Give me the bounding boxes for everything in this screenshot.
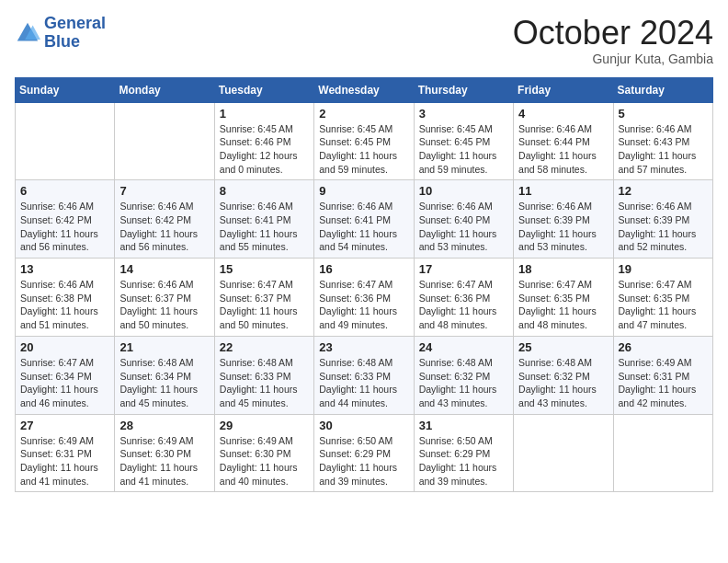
day-info: Sunrise: 6:48 AM Sunset: 6:32 PM Dayligh… [419, 356, 508, 410]
day-number: 1 [220, 107, 309, 121]
calendar-cell: 9Sunrise: 6:46 AM Sunset: 6:41 PM Daylig… [314, 180, 414, 259]
day-info: Sunrise: 6:48 AM Sunset: 6:32 PM Dayligh… [518, 356, 608, 410]
calendar-cell: 17Sunrise: 6:47 AM Sunset: 6:36 PM Dayli… [414, 259, 513, 337]
calendar-week-row: 1Sunrise: 6:45 AM Sunset: 6:46 PM Daylig… [16, 102, 713, 180]
weekday-header: Friday [514, 77, 613, 102]
day-info: Sunrise: 6:48 AM Sunset: 6:34 PM Dayligh… [119, 356, 209, 410]
day-number: 16 [319, 262, 408, 276]
day-info: Sunrise: 6:46 AM Sunset: 6:43 PM Dayligh… [619, 122, 708, 177]
day-number: 7 [119, 184, 209, 198]
calendar-cell: 14Sunrise: 6:46 AM Sunset: 6:37 PM Dayli… [115, 259, 214, 337]
month-title: October 2024 [513, 15, 713, 52]
calendar-cell: 18Sunrise: 6:47 AM Sunset: 6:35 PM Dayli… [514, 259, 613, 337]
calendar-cell: 25Sunrise: 6:48 AM Sunset: 6:32 PM Dayli… [514, 336, 613, 414]
day-number: 3 [419, 107, 508, 121]
day-number: 22 [220, 340, 309, 354]
day-number: 15 [220, 262, 309, 276]
day-number: 11 [518, 184, 608, 198]
calendar-cell [514, 414, 613, 492]
day-info: Sunrise: 6:48 AM Sunset: 6:33 PM Dayligh… [319, 356, 408, 410]
calendar-cell: 26Sunrise: 6:49 AM Sunset: 6:31 PM Dayli… [613, 336, 712, 414]
day-info: Sunrise: 6:49 AM Sunset: 6:30 PM Dayligh… [119, 434, 209, 488]
calendar-cell: 19Sunrise: 6:47 AM Sunset: 6:35 PM Dayli… [613, 259, 712, 337]
day-info: Sunrise: 6:45 AM Sunset: 6:45 PM Dayligh… [319, 122, 408, 177]
day-info: Sunrise: 6:46 AM Sunset: 6:44 PM Dayligh… [518, 122, 608, 177]
calendar-cell: 6Sunrise: 6:46 AM Sunset: 6:42 PM Daylig… [16, 180, 115, 259]
day-info: Sunrise: 6:49 AM Sunset: 6:31 PM Dayligh… [20, 434, 109, 488]
day-info: Sunrise: 6:46 AM Sunset: 6:39 PM Dayligh… [619, 200, 708, 254]
day-info: Sunrise: 6:47 AM Sunset: 6:37 PM Dayligh… [220, 278, 309, 332]
day-info: Sunrise: 6:47 AM Sunset: 6:35 PM Dayligh… [619, 278, 708, 332]
day-number: 31 [419, 419, 508, 432]
calendar-cell: 22Sunrise: 6:48 AM Sunset: 6:33 PM Dayli… [214, 336, 313, 414]
day-number: 9 [319, 184, 408, 198]
day-number: 25 [518, 340, 608, 354]
calendar-cell: 11Sunrise: 6:46 AM Sunset: 6:39 PM Dayli… [514, 180, 613, 259]
day-number: 24 [419, 340, 508, 354]
day-info: Sunrise: 6:47 AM Sunset: 6:36 PM Dayligh… [419, 278, 508, 332]
day-number: 26 [619, 340, 708, 354]
calendar-cell: 31Sunrise: 6:50 AM Sunset: 6:29 PM Dayli… [414, 414, 513, 492]
logo-line2: Blue [44, 33, 106, 52]
day-info: Sunrise: 6:50 AM Sunset: 6:29 PM Dayligh… [419, 434, 508, 488]
day-number: 12 [619, 184, 708, 198]
title-block: October 2024 Gunjur Kuta, Gambia [513, 15, 713, 66]
day-info: Sunrise: 6:48 AM Sunset: 6:33 PM Dayligh… [220, 356, 309, 410]
location: Gunjur Kuta, Gambia [513, 52, 713, 66]
weekday-header: Thursday [414, 77, 513, 102]
calendar-cell: 16Sunrise: 6:47 AM Sunset: 6:36 PM Dayli… [314, 259, 414, 337]
page-header: General Blue October 2024 Gunjur Kuta, G… [15, 15, 713, 66]
day-number: 5 [619, 107, 708, 121]
day-number: 2 [319, 107, 408, 121]
weekday-header: Saturday [613, 77, 712, 102]
calendar-cell: 1Sunrise: 6:45 AM Sunset: 6:46 PM Daylig… [214, 102, 313, 180]
day-info: Sunrise: 6:47 AM Sunset: 6:36 PM Dayligh… [319, 278, 408, 332]
calendar-table: SundayMondayTuesdayWednesdayThursdayFrid… [15, 77, 713, 493]
calendar-cell [16, 102, 115, 180]
calendar-cell: 3Sunrise: 6:45 AM Sunset: 6:45 PM Daylig… [414, 102, 513, 180]
weekday-header-row: SundayMondayTuesdayWednesdayThursdayFrid… [16, 77, 713, 102]
calendar-cell: 15Sunrise: 6:47 AM Sunset: 6:37 PM Dayli… [214, 259, 313, 337]
day-info: Sunrise: 6:46 AM Sunset: 6:42 PM Dayligh… [119, 200, 209, 254]
calendar-cell: 23Sunrise: 6:48 AM Sunset: 6:33 PM Dayli… [314, 336, 414, 414]
day-number: 6 [20, 184, 109, 198]
day-info: Sunrise: 6:45 AM Sunset: 6:45 PM Dayligh… [419, 122, 508, 177]
calendar-cell: 5Sunrise: 6:46 AM Sunset: 6:43 PM Daylig… [613, 102, 712, 180]
day-info: Sunrise: 6:46 AM Sunset: 6:40 PM Dayligh… [419, 200, 508, 254]
calendar-cell: 10Sunrise: 6:46 AM Sunset: 6:40 PM Dayli… [414, 180, 513, 259]
day-info: Sunrise: 6:46 AM Sunset: 6:39 PM Dayligh… [518, 200, 608, 254]
calendar-cell: 7Sunrise: 6:46 AM Sunset: 6:42 PM Daylig… [115, 180, 214, 259]
day-number: 8 [220, 184, 309, 198]
calendar-cell: 4Sunrise: 6:46 AM Sunset: 6:44 PM Daylig… [514, 102, 613, 180]
day-info: Sunrise: 6:47 AM Sunset: 6:34 PM Dayligh… [20, 356, 109, 410]
day-info: Sunrise: 6:50 AM Sunset: 6:29 PM Dayligh… [319, 434, 408, 488]
day-info: Sunrise: 6:46 AM Sunset: 6:37 PM Dayligh… [119, 278, 209, 332]
calendar-cell: 21Sunrise: 6:48 AM Sunset: 6:34 PM Dayli… [115, 336, 214, 414]
day-number: 29 [220, 419, 309, 432]
day-info: Sunrise: 6:45 AM Sunset: 6:46 PM Dayligh… [220, 122, 309, 177]
day-info: Sunrise: 6:49 AM Sunset: 6:30 PM Dayligh… [220, 434, 309, 488]
day-number: 30 [319, 419, 408, 432]
day-number: 17 [419, 262, 508, 276]
day-info: Sunrise: 6:46 AM Sunset: 6:38 PM Dayligh… [20, 278, 109, 332]
logo-icon [15, 20, 40, 46]
calendar-week-row: 20Sunrise: 6:47 AM Sunset: 6:34 PM Dayli… [16, 336, 713, 414]
calendar-cell: 29Sunrise: 6:49 AM Sunset: 6:30 PM Dayli… [214, 414, 313, 492]
calendar-cell: 8Sunrise: 6:46 AM Sunset: 6:41 PM Daylig… [214, 180, 313, 259]
day-info: Sunrise: 6:46 AM Sunset: 6:41 PM Dayligh… [220, 200, 309, 254]
day-number: 4 [518, 107, 608, 121]
calendar-cell: 13Sunrise: 6:46 AM Sunset: 6:38 PM Dayli… [16, 259, 115, 337]
calendar-cell: 12Sunrise: 6:46 AM Sunset: 6:39 PM Dayli… [613, 180, 712, 259]
calendar-cell: 2Sunrise: 6:45 AM Sunset: 6:45 PM Daylig… [314, 102, 414, 180]
day-info: Sunrise: 6:49 AM Sunset: 6:31 PM Dayligh… [619, 356, 708, 410]
calendar-week-row: 13Sunrise: 6:46 AM Sunset: 6:38 PM Dayli… [16, 259, 713, 337]
day-number: 20 [20, 340, 109, 354]
weekday-header: Wednesday [314, 77, 414, 102]
logo: General Blue [15, 15, 106, 52]
day-number: 28 [119, 419, 209, 432]
day-info: Sunrise: 6:47 AM Sunset: 6:35 PM Dayligh… [518, 278, 608, 332]
day-number: 23 [319, 340, 408, 354]
day-info: Sunrise: 6:46 AM Sunset: 6:41 PM Dayligh… [319, 200, 408, 254]
logo-line1: General [44, 15, 106, 33]
calendar-week-row: 27Sunrise: 6:49 AM Sunset: 6:31 PM Dayli… [16, 414, 713, 492]
